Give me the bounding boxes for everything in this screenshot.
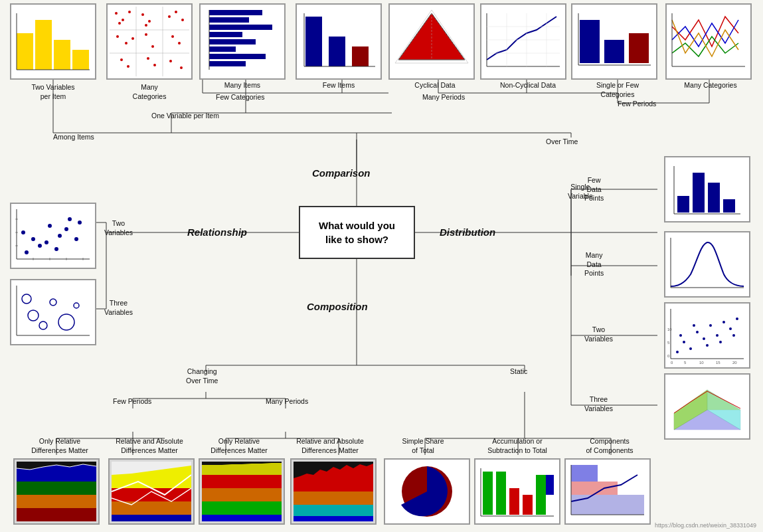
svg-rect-223 — [571, 482, 618, 495]
chart-stacked-area-4 — [290, 458, 377, 525]
svg-rect-120 — [629, 33, 649, 63]
label-two-variables-dist: TwoVariables — [584, 325, 613, 343]
chart-non-cyclical — [480, 3, 566, 80]
label-cyclical: Cyclical Data — [405, 81, 465, 90]
svg-point-128 — [38, 244, 42, 248]
chart-stacked-area-2 — [108, 458, 195, 525]
chart-many-cat-line — [665, 3, 752, 80]
svg-point-67 — [115, 12, 118, 15]
svg-rect-118 — [580, 20, 600, 63]
svg-point-127 — [21, 230, 25, 234]
svg-point-87 — [153, 64, 156, 66]
svg-point-68 — [122, 19, 124, 21]
chart-dist-2var: 0 5 10 15 20 0 5 10 — [664, 302, 750, 369]
chart-stacked-area-1 — [13, 458, 100, 525]
svg-text:5: 5 — [667, 341, 670, 345]
label-two-variables: TwoVariables — [104, 219, 133, 237]
svg-point-174 — [706, 344, 709, 347]
svg-rect-214 — [496, 472, 506, 515]
svg-rect-91 — [209, 17, 249, 23]
chart-stacked-area-3 — [199, 458, 285, 525]
svg-point-126 — [31, 237, 35, 241]
svg-text:15: 15 — [716, 361, 721, 365]
label-few-categories: Few Categories — [216, 93, 265, 102]
svg-point-133 — [54, 247, 58, 251]
svg-rect-97 — [209, 61, 246, 66]
label-over-time: Over Time — [546, 137, 578, 147]
svg-point-89 — [180, 66, 183, 69]
svg-point-163 — [683, 341, 685, 343]
label-many-periods-comp: Many Periods — [266, 397, 308, 406]
svg-point-151 — [22, 294, 31, 304]
label-changing-over-time: ChangingOver Time — [186, 367, 218, 385]
watermark: https://blog.csdn.net/weixin_38331049 — [655, 522, 756, 529]
label-many-data-points: ManyDataPoints — [584, 251, 604, 278]
svg-rect-218 — [546, 475, 554, 495]
chart-cyclical — [388, 3, 475, 80]
svg-point-125 — [25, 250, 29, 254]
svg-text:0: 0 — [671, 361, 673, 365]
label-relative-absolute-2: Relative and AbsoluteDifferences Matter — [287, 437, 373, 455]
distribution-label: Distribution — [440, 226, 495, 238]
svg-point-171 — [736, 317, 738, 320]
svg-point-75 — [175, 11, 177, 13]
label-few-periods-comp: Few Periods — [113, 397, 151, 406]
label-components: Componentsof Components — [570, 437, 649, 455]
svg-point-149 — [39, 321, 47, 329]
svg-point-165 — [696, 331, 699, 333]
chart-many-items — [199, 3, 286, 80]
chart-many-cat-scatter — [106, 3, 193, 80]
svg-rect-57 — [17, 33, 33, 70]
svg-point-162 — [676, 351, 679, 353]
svg-point-129 — [48, 224, 52, 228]
label-three-variables-left: ThreeVariables — [104, 299, 133, 317]
svg-rect-157 — [723, 199, 735, 213]
svg-rect-156 — [708, 183, 720, 213]
chart-dist-many — [664, 231, 750, 298]
svg-point-88 — [169, 60, 172, 62]
chart-single-few-cat — [571, 3, 657, 80]
label-two-var: Two Variablesper Item — [10, 83, 96, 101]
svg-point-130 — [58, 234, 62, 238]
svg-point-73 — [145, 24, 147, 27]
chart-waterfall — [474, 458, 560, 525]
label-many-cat: ManyCategories — [120, 83, 179, 101]
svg-point-136 — [74, 237, 78, 241]
svg-rect-119 — [604, 40, 624, 63]
svg-rect-96 — [209, 54, 266, 59]
label-many-cat-line: Many Categories — [671, 81, 750, 90]
svg-point-150 — [74, 303, 79, 308]
label-single-variable: SingleVariable — [568, 183, 593, 201]
svg-point-77 — [116, 35, 119, 38]
svg-point-134 — [64, 227, 68, 231]
chart-dist-3var — [664, 373, 750, 440]
label-relative-absolute-1: Relative and AbsoluteDifferences Matter — [106, 437, 193, 455]
svg-point-176 — [732, 334, 735, 337]
chart-few-items — [296, 3, 382, 80]
svg-rect-90 — [209, 10, 262, 15]
label-single-few-cat: Single or FewCategories — [578, 81, 657, 99]
svg-point-81 — [151, 45, 154, 48]
label-only-relative-2: Only RelativeDifferences Matter — [199, 437, 279, 455]
label-simple-share: Simple Shareof Total — [386, 437, 460, 455]
svg-point-84 — [120, 58, 123, 61]
svg-point-146 — [28, 310, 39, 321]
chart-bubble-3var — [10, 279, 96, 345]
svg-point-74 — [168, 15, 171, 18]
svg-point-79 — [131, 37, 134, 40]
svg-rect-217 — [536, 475, 546, 515]
svg-rect-155 — [693, 173, 705, 213]
center-question-box: What would you like to show? — [299, 206, 415, 259]
svg-point-164 — [689, 347, 692, 350]
label-only-relative-1: Only RelativeDifferences Matter — [20, 437, 100, 455]
svg-point-172 — [679, 334, 682, 337]
svg-point-82 — [171, 35, 174, 38]
composition-label: Composition — [307, 301, 368, 312]
svg-rect-94 — [209, 39, 256, 44]
label-few-periods-top: Few Periods — [618, 100, 656, 109]
svg-rect-95 — [209, 46, 236, 52]
svg-point-131 — [68, 217, 72, 221]
svg-point-76 — [181, 19, 184, 21]
svg-rect-154 — [677, 196, 689, 213]
svg-point-83 — [178, 42, 181, 44]
